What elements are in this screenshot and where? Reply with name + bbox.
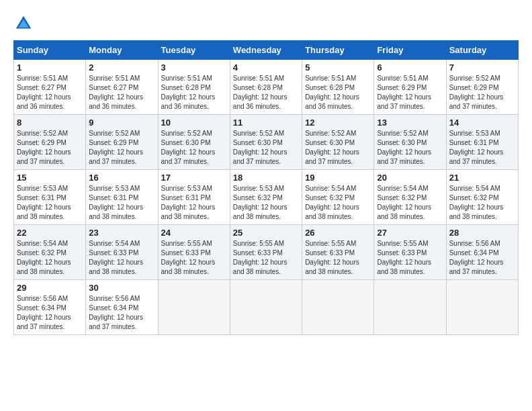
calendar-cell: 23Sunrise: 5:54 AMSunset: 6:33 PMDayligh… bbox=[86, 225, 158, 280]
day-info: Sunrise: 5:52 AMSunset: 6:29 PMDaylight:… bbox=[89, 129, 154, 167]
day-info: Sunrise: 5:51 AMSunset: 6:28 PMDaylight:… bbox=[161, 74, 227, 111]
day-info: Sunrise: 5:53 AMSunset: 6:31 PMDaylight:… bbox=[17, 184, 83, 222]
day-info: Sunrise: 5:53 AMSunset: 6:31 PMDaylight:… bbox=[89, 184, 154, 222]
day-info: Sunrise: 5:55 AMSunset: 6:33 PMDaylight:… bbox=[161, 239, 227, 277]
day-info: Sunrise: 5:56 AMSunset: 6:34 PMDaylight:… bbox=[17, 294, 83, 332]
calendar-cell: 24Sunrise: 5:55 AMSunset: 6:33 PMDayligh… bbox=[158, 225, 230, 280]
day-info: Sunrise: 5:54 AMSunset: 6:32 PMDaylight:… bbox=[449, 184, 515, 222]
calendar-week-1: 1Sunrise: 5:51 AMSunset: 6:27 PMDaylight… bbox=[14, 60, 519, 115]
day-number: 9 bbox=[89, 118, 154, 128]
calendar-cell: 29Sunrise: 5:56 AMSunset: 6:34 PMDayligh… bbox=[14, 280, 86, 335]
calendar-cell: 20Sunrise: 5:54 AMSunset: 6:32 PMDayligh… bbox=[374, 170, 446, 225]
day-info: Sunrise: 5:51 AMSunset: 6:27 PMDaylight:… bbox=[89, 74, 154, 111]
calendar-cell: 5Sunrise: 5:51 AMSunset: 6:28 PMDaylight… bbox=[302, 60, 374, 115]
day-info: Sunrise: 5:56 AMSunset: 6:34 PMDaylight:… bbox=[449, 239, 515, 277]
day-info: Sunrise: 5:51 AMSunset: 6:29 PMDaylight:… bbox=[377, 74, 443, 111]
day-info: Sunrise: 5:52 AMSunset: 6:30 PMDaylight:… bbox=[233, 129, 299, 167]
day-info: Sunrise: 5:53 AMSunset: 6:31 PMDaylight:… bbox=[161, 184, 227, 222]
day-header-saturday: Saturday bbox=[446, 41, 518, 60]
calendar-cell: 13Sunrise: 5:52 AMSunset: 6:30 PMDayligh… bbox=[374, 115, 446, 170]
day-number: 26 bbox=[305, 228, 371, 238]
calendar-header-row: SundayMondayTuesdayWednesdayThursdayFrid… bbox=[14, 41, 519, 60]
logo-icon bbox=[13, 13, 34, 34]
day-header-wednesday: Wednesday bbox=[230, 41, 302, 60]
calendar-cell: 6Sunrise: 5:51 AMSunset: 6:29 PMDaylight… bbox=[374, 60, 446, 115]
day-number: 17 bbox=[161, 173, 227, 183]
calendar-cell: 25Sunrise: 5:55 AMSunset: 6:33 PMDayligh… bbox=[230, 225, 302, 280]
header bbox=[13, 13, 519, 34]
calendar-cell: 21Sunrise: 5:54 AMSunset: 6:32 PMDayligh… bbox=[446, 170, 518, 225]
day-number: 23 bbox=[89, 228, 154, 238]
calendar-cell: 19Sunrise: 5:54 AMSunset: 6:32 PMDayligh… bbox=[302, 170, 374, 225]
day-number: 14 bbox=[449, 118, 515, 128]
day-number: 16 bbox=[89, 173, 154, 183]
calendar-cell: 10Sunrise: 5:52 AMSunset: 6:30 PMDayligh… bbox=[158, 115, 230, 170]
calendar-cell: 30Sunrise: 5:56 AMSunset: 6:34 PMDayligh… bbox=[86, 280, 158, 335]
day-info: Sunrise: 5:51 AMSunset: 6:27 PMDaylight:… bbox=[17, 74, 83, 111]
day-number: 22 bbox=[17, 228, 83, 238]
day-number: 5 bbox=[305, 62, 371, 73]
day-number: 13 bbox=[377, 118, 443, 128]
day-number: 3 bbox=[161, 62, 227, 73]
calendar-cell: 3Sunrise: 5:51 AMSunset: 6:28 PMDaylight… bbox=[158, 60, 230, 115]
day-info: Sunrise: 5:52 AMSunset: 6:30 PMDaylight:… bbox=[377, 129, 443, 167]
day-number: 20 bbox=[377, 173, 443, 183]
calendar-cell bbox=[230, 280, 302, 335]
day-number: 15 bbox=[17, 173, 83, 183]
calendar-week-3: 15Sunrise: 5:53 AMSunset: 6:31 PMDayligh… bbox=[14, 170, 519, 225]
day-number: 7 bbox=[449, 62, 515, 73]
day-number: 29 bbox=[17, 283, 83, 293]
day-info: Sunrise: 5:52 AMSunset: 6:30 PMDaylight:… bbox=[161, 129, 227, 167]
calendar-cell: 18Sunrise: 5:53 AMSunset: 6:32 PMDayligh… bbox=[230, 170, 302, 225]
day-number: 28 bbox=[449, 228, 515, 238]
day-info: Sunrise: 5:56 AMSunset: 6:34 PMDaylight:… bbox=[89, 294, 154, 332]
day-number: 18 bbox=[233, 173, 299, 183]
calendar-cell: 9Sunrise: 5:52 AMSunset: 6:29 PMDaylight… bbox=[86, 115, 158, 170]
day-header-tuesday: Tuesday bbox=[158, 41, 230, 60]
day-info: Sunrise: 5:54 AMSunset: 6:32 PMDaylight:… bbox=[377, 184, 443, 222]
day-header-thursday: Thursday bbox=[302, 41, 374, 60]
calendar-cell: 8Sunrise: 5:52 AMSunset: 6:29 PMDaylight… bbox=[14, 115, 86, 170]
calendar: SundayMondayTuesdayWednesdayThursdayFrid… bbox=[13, 40, 519, 335]
calendar-cell: 2Sunrise: 5:51 AMSunset: 6:27 PMDaylight… bbox=[86, 60, 158, 115]
calendar-cell: 22Sunrise: 5:54 AMSunset: 6:32 PMDayligh… bbox=[14, 225, 86, 280]
calendar-cell: 14Sunrise: 5:53 AMSunset: 6:31 PMDayligh… bbox=[446, 115, 518, 170]
calendar-cell: 15Sunrise: 5:53 AMSunset: 6:31 PMDayligh… bbox=[14, 170, 86, 225]
calendar-cell: 16Sunrise: 5:53 AMSunset: 6:31 PMDayligh… bbox=[86, 170, 158, 225]
calendar-week-4: 22Sunrise: 5:54 AMSunset: 6:32 PMDayligh… bbox=[14, 225, 519, 280]
day-number: 21 bbox=[449, 173, 515, 183]
day-header-monday: Monday bbox=[86, 41, 158, 60]
day-info: Sunrise: 5:52 AMSunset: 6:30 PMDaylight:… bbox=[305, 129, 371, 167]
day-header-friday: Friday bbox=[374, 41, 446, 60]
calendar-week-5: 29Sunrise: 5:56 AMSunset: 6:34 PMDayligh… bbox=[14, 280, 519, 335]
calendar-cell bbox=[158, 280, 230, 335]
calendar-cell: 12Sunrise: 5:52 AMSunset: 6:30 PMDayligh… bbox=[302, 115, 374, 170]
day-info: Sunrise: 5:55 AMSunset: 6:33 PMDaylight:… bbox=[233, 239, 299, 277]
day-info: Sunrise: 5:51 AMSunset: 6:28 PMDaylight:… bbox=[233, 74, 299, 111]
calendar-cell: 4Sunrise: 5:51 AMSunset: 6:28 PMDaylight… bbox=[230, 60, 302, 115]
day-info: Sunrise: 5:54 AMSunset: 6:32 PMDaylight:… bbox=[17, 239, 83, 277]
logo bbox=[13, 13, 36, 34]
day-info: Sunrise: 5:53 AMSunset: 6:32 PMDaylight:… bbox=[233, 184, 299, 222]
day-number: 2 bbox=[89, 62, 154, 73]
day-info: Sunrise: 5:55 AMSunset: 6:33 PMDaylight:… bbox=[377, 239, 443, 277]
day-number: 4 bbox=[233, 62, 299, 73]
calendar-cell: 17Sunrise: 5:53 AMSunset: 6:31 PMDayligh… bbox=[158, 170, 230, 225]
day-info: Sunrise: 5:53 AMSunset: 6:31 PMDaylight:… bbox=[449, 129, 515, 167]
day-info: Sunrise: 5:54 AMSunset: 6:32 PMDaylight:… bbox=[305, 184, 371, 222]
calendar-cell bbox=[374, 280, 446, 335]
calendar-cell bbox=[446, 280, 518, 335]
calendar-cell: 7Sunrise: 5:52 AMSunset: 6:29 PMDaylight… bbox=[446, 60, 518, 115]
calendar-cell: 26Sunrise: 5:55 AMSunset: 6:33 PMDayligh… bbox=[302, 225, 374, 280]
day-info: Sunrise: 5:54 AMSunset: 6:33 PMDaylight:… bbox=[89, 239, 154, 277]
day-number: 30 bbox=[89, 283, 154, 293]
calendar-cell: 27Sunrise: 5:55 AMSunset: 6:33 PMDayligh… bbox=[374, 225, 446, 280]
calendar-cell bbox=[302, 280, 374, 335]
day-number: 12 bbox=[305, 118, 371, 128]
day-header-sunday: Sunday bbox=[14, 41, 86, 60]
calendar-cell: 28Sunrise: 5:56 AMSunset: 6:34 PMDayligh… bbox=[446, 225, 518, 280]
calendar-week-2: 8Sunrise: 5:52 AMSunset: 6:29 PMDaylight… bbox=[14, 115, 519, 170]
day-info: Sunrise: 5:52 AMSunset: 6:29 PMDaylight:… bbox=[449, 74, 515, 111]
day-number: 19 bbox=[305, 173, 371, 183]
day-info: Sunrise: 5:55 AMSunset: 6:33 PMDaylight:… bbox=[305, 239, 371, 277]
